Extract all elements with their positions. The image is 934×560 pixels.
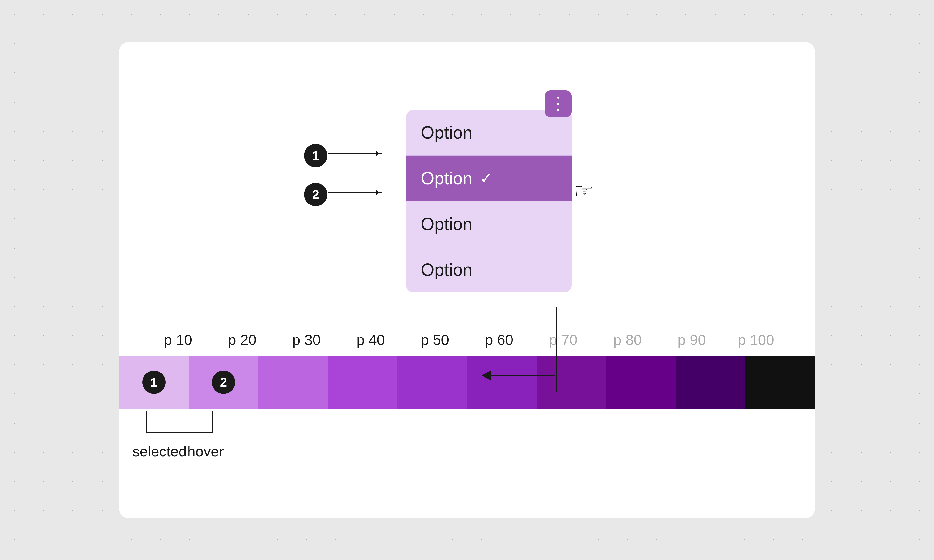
svg-point-0 [557,96,559,98]
color-badge-1: 1 [142,371,166,394]
color-swatch-8 [606,355,676,409]
color-bar-wrapper: 12 [119,355,815,409]
menu-item-3[interactable]: Option [406,202,572,247]
range-arrow [482,370,555,381]
color-swatch-10 [745,355,815,409]
scale-label-p30: p 30 [274,331,339,348]
arrow-1 [328,153,382,154]
scale-label-p100: p 100 [724,331,788,348]
svg-point-2 [557,109,559,111]
bracket-bottom-line [146,432,213,433]
dropdown-menu: Option Option ✓ Option Option [406,110,572,292]
menu-item-1[interactable]: Option [406,110,572,155]
color-bar: 12 [119,355,815,409]
svg-point-1 [557,103,559,105]
menu-item-2-label: Option [421,168,472,188]
range-arrow-head-icon [482,370,491,381]
color-swatch-4 [328,355,397,409]
arrow-2 [328,192,382,193]
menu-item-1-label: Option [421,123,472,143]
range-boundary-bar [556,307,557,392]
main-card: Option Option ✓ Option Option 1 [119,42,815,518]
badge-1: 1 [304,144,328,167]
color-swatch-6 [467,355,537,409]
three-dot-button[interactable] [545,91,572,117]
check-icon: ✓ [480,169,493,187]
color-swatch-3 [258,355,328,409]
bracket-right-line [212,411,213,433]
color-badge-2: 2 [212,371,235,394]
cursor-hand-icon: ☞ [574,178,594,203]
color-swatch-7 [537,355,606,409]
color-swatch-9 [676,355,745,409]
scale-label-p90: p 90 [660,331,724,348]
color-swatch-5 [397,355,467,409]
selected-label: selected [132,443,186,460]
bracket-left-line [146,411,147,433]
scale-label-p70: p 70 [531,331,595,348]
scale-label-p80: p 80 [595,331,660,348]
scale-label-p20: p 20 [210,331,274,348]
menu-item-4-label: Option [421,260,472,280]
color-swatch-1: 1 [119,355,189,409]
color-swatch-2: 2 [189,355,258,409]
scale-label-p40: p 40 [339,331,403,348]
menu-item-2[interactable]: Option ✓ [406,155,572,202]
range-arrow-line [491,375,555,376]
scale-label-p50: p 50 [403,331,467,348]
badge-2: 2 [304,183,328,206]
scale-label-p60: p 60 [467,331,531,348]
scale-labels: p 10p 20p 30p 40p 50p 60p 70p 80p 90p 10… [119,331,815,348]
scale-label-p10: p 10 [146,331,210,348]
annotation-area: selected hover [119,411,815,470]
menu-item-4[interactable]: Option [406,247,572,292]
hover-label: hover [187,443,224,460]
color-scale-section: p 10p 20p 30p 40p 50p 60p 70p 80p 90p 10… [119,331,815,470]
menu-item-3-label: Option [421,214,472,234]
